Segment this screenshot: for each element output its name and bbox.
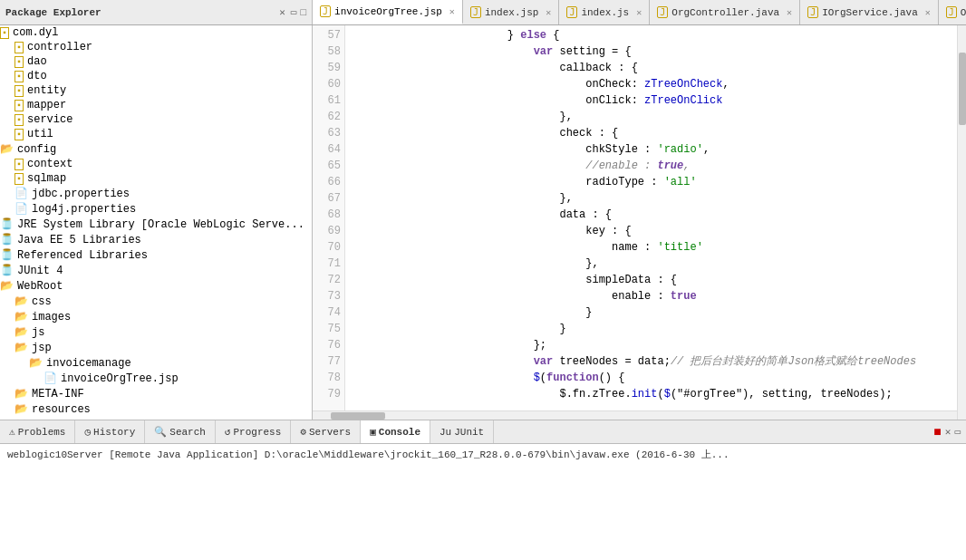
code-line: data : { <box>351 207 966 223</box>
btab-label-5: Console <box>379 427 420 438</box>
bottom-tab-history[interactable]: ◷History <box>75 420 145 443</box>
tree-item-javaee5[interactable]: 🫙Java EE 5 Libraries <box>0 232 312 247</box>
tree-item-jdbc-props[interactable]: 📄jdbc.properties <box>0 186 312 201</box>
tree-item-jre-system[interactable]: 🫙JRE System Library [Oracle WebLogic Ser… <box>0 217 312 232</box>
package-icon-context: ▪ <box>14 159 24 170</box>
editor-tab-2[interactable]: Jindex.js✕ <box>559 0 650 24</box>
console-minimize-btn[interactable]: ▭ <box>954 426 961 438</box>
tree-label-com-dyl: com.dyl <box>13 26 58 39</box>
tab-icon-0: J <box>320 5 331 17</box>
console-close-btn[interactable]: ✕ <box>945 426 952 438</box>
tab-icon-2: J <box>566 6 577 18</box>
bottom-tab-junit[interactable]: JuJUnit <box>430 420 494 443</box>
tree-item-webroot[interactable]: 📂WebRoot <box>0 278 312 294</box>
editor-tab-1[interactable]: Jindex.jsp✕ <box>463 0 559 24</box>
tree-item-dto[interactable]: ▪dto <box>0 69 312 83</box>
tree-item-entity[interactable]: ▪entity <box>0 83 312 98</box>
sidebar-scrollbar[interactable] <box>957 25 966 420</box>
tree-item-junit4[interactable]: 🫙JUnit 4 <box>0 263 312 278</box>
tree-item-log4j-props[interactable]: 📄log4j.properties <box>0 201 312 217</box>
bottom-tab-search[interactable]: 🔍Search <box>145 420 216 443</box>
line-number: 61 <box>313 92 341 109</box>
tree-label-util: util <box>27 128 53 140</box>
tree-label-sqlmap: sqlmap <box>27 172 66 185</box>
tree-item-css[interactable]: 📂css <box>0 294 312 309</box>
code-lines[interactable]: } else { var setting = { callback : { on… <box>345 25 966 410</box>
tree-item-config[interactable]: 📂config <box>0 141 312 157</box>
folder-icon-config: 📂 <box>0 142 14 156</box>
editor-tab-5[interactable]: JOrg✕ <box>939 0 966 24</box>
code-line: enable : true <box>351 288 966 304</box>
editor-tab-3[interactable]: JOrgController.java✕ <box>650 0 800 24</box>
tree-item-context[interactable]: ▪context <box>0 157 312 171</box>
sidebar-tab-close[interactable]: ✕ <box>279 6 285 18</box>
tree-item-util[interactable]: ▪util <box>0 127 312 141</box>
btab-label-3: Progress <box>234 427 282 438</box>
tree-label-config: config <box>17 143 56 156</box>
package-icon-sqlmap: ▪ <box>14 173 24 185</box>
tab-close-4[interactable]: ✕ <box>925 7 931 18</box>
tree-item-dao[interactable]: ▪dao <box>0 54 312 69</box>
tree-item-meta-inf[interactable]: 📂META-INF <box>0 386 312 401</box>
tree-item-com-dyl[interactable]: ▪com.dyl <box>0 25 312 40</box>
folder-icon-jsp: 📂 <box>14 341 28 354</box>
folder-icon-resources: 📂 <box>14 402 28 416</box>
code-line: } else { <box>351 27 966 43</box>
folder-icon-css: 📂 <box>14 294 28 308</box>
tree-item-invoiceorgtree-jsp[interactable]: 📄invoiceOrgTree.jsp <box>0 371 312 386</box>
bottom-tab-problems[interactable]: ⚠Problems <box>0 420 75 443</box>
tree-label-mapper: mapper <box>27 99 66 111</box>
tree-label-controller: controller <box>27 41 92 53</box>
tree-label-log4j-props: log4j.properties <box>32 203 136 216</box>
tree-item-service[interactable]: ▪service <box>0 112 312 127</box>
main-content-area: ▪com.dyl▪controller▪dao▪dto▪entity▪mappe… <box>0 25 966 420</box>
code-line: }, <box>351 109 966 125</box>
folder-icon-meta-inf: 📂 <box>14 387 28 401</box>
editor-h-scroll[interactable] <box>313 410 966 420</box>
btab-label-2: Search <box>169 427 206 438</box>
console-text: weblogic10Server [Remote Java Applicatio… <box>7 449 729 460</box>
console-stop-btn[interactable]: ■ <box>933 425 941 439</box>
line-number: 75 <box>313 321 341 337</box>
tree-item-images[interactable]: 📂images <box>0 309 312 324</box>
tree-label-invoicemanage: invoicemanage <box>46 357 131 370</box>
tree-label-dto: dto <box>27 70 47 82</box>
tree-label-javaee5: Java EE 5 Libraries <box>17 234 141 246</box>
tree-label-jdbc-props: jdbc.properties <box>32 188 130 200</box>
sidebar-scroll-thumb[interactable] <box>959 53 966 125</box>
bottom-tab-progress[interactable]: ↺Progress <box>216 420 291 443</box>
package-icon-util: ▪ <box>14 129 24 140</box>
tree-item-controller[interactable]: ▪controller <box>0 40 312 54</box>
tree-item-resources[interactable]: 📂resources <box>0 401 312 417</box>
code-line: key : { <box>351 223 966 239</box>
tree-item-js[interactable]: 📂js <box>0 324 312 340</box>
editor-h-scroll-thumb[interactable] <box>331 412 385 420</box>
line-number: 72 <box>313 272 341 288</box>
tree-label-js: js <box>32 326 44 339</box>
bottom-tab-servers[interactable]: ⚙Servers <box>291 420 361 443</box>
tree-item-sqlmap[interactable]: ▪sqlmap <box>0 171 312 186</box>
tree-item-jsp[interactable]: 📂jsp <box>0 340 312 355</box>
tree-item-ref-libs[interactable]: 🫙Referenced Libraries <box>0 247 312 263</box>
tab-label-1: index.jsp <box>485 7 538 18</box>
tree-label-invoiceorgtree-jsp: invoiceOrgTree.jsp <box>61 372 179 385</box>
btab-icon-3: ↺ <box>225 426 231 438</box>
tab-icon-3: J <box>657 6 668 18</box>
tree-item-invoicemanage[interactable]: 📂invoicemanage <box>0 355 312 371</box>
code-line: var setting = { <box>351 43 966 60</box>
bottom-tab-console[interactable]: ▣Console <box>361 420 430 443</box>
tab-close-3[interactable]: ✕ <box>787 7 792 18</box>
bottom-panel-controls: ■ ✕ ▭ <box>933 420 966 443</box>
line-number: 78 <box>313 370 341 386</box>
sidebar-maximize[interactable]: □ <box>300 7 306 18</box>
editor-tab-4[interactable]: JIOrgService.java✕ <box>800 0 939 24</box>
tab-close-2[interactable]: ✕ <box>636 7 642 18</box>
tree-item-mapper[interactable]: ▪mapper <box>0 98 312 112</box>
tab-close-0[interactable]: ✕ <box>449 6 455 17</box>
editor-tab-0[interactable]: JinvoiceOrgTree.jsp✕ <box>313 0 463 24</box>
btab-icon-4: ⚙ <box>300 426 306 438</box>
editor-tabs: JinvoiceOrgTree.jsp✕Jindex.jsp✕Jindex.js… <box>313 0 966 24</box>
package-icon-service: ▪ <box>14 114 24 126</box>
tab-close-1[interactable]: ✕ <box>546 7 551 18</box>
sidebar-minimize[interactable]: ▭ <box>291 6 297 18</box>
